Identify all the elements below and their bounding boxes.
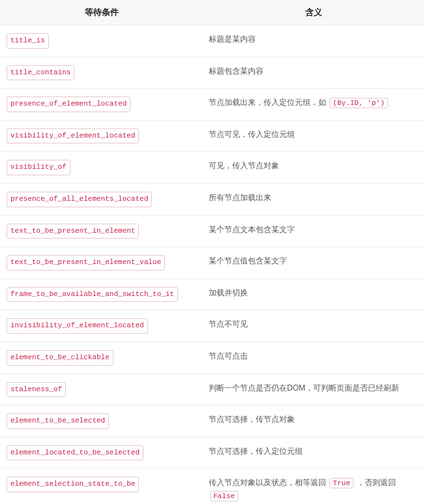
table-row: title_contains标题包含某内容 [0,57,424,89]
condition-cell: staleness_of [0,374,204,406]
condition-code: invisibility_of_element_located [7,318,148,334]
meaning-cell: 节点加载出来，传入定位元组，如 (By.ID, 'p') [204,89,424,121]
condition-cell: presence_of_element_located [0,89,204,121]
meaning-text: 标题是某内容 [209,35,256,44]
condition-cell: element_to_be_selected [0,406,204,437]
condition-code: visibility_of_element_located [7,128,139,144]
header-condition: 等待条件 [0,0,204,25]
table-row: staleness_of判断一个节点是否仍在DOM，可判断页面是否已经刷新 [0,374,424,406]
condition-code: title_is [7,33,49,49]
condition-code: element_to_be_clickable [7,350,114,366]
condition-cell: title_is [0,25,204,57]
condition-code: visibility_of [7,160,70,175]
table-row: visibility_of_element_located节点可见，传入定位元组 [0,121,424,153]
condition-code: element_to_be_selected [7,413,109,429]
condition-cell: element_located_to_be_selected [0,437,204,469]
inline-code: True [329,478,353,488]
condition-cell: element_to_be_clickable [0,342,204,374]
table-row: element_selection_state_to_be传入节点对象以及状态，… [0,469,424,504]
table-row: element_located_to_be_selected节点可选择，传入定位… [0,437,424,469]
table-row: presence_of_element_located节点加载出来，传入定位元组… [0,89,424,121]
meaning-text: 节点可点击 [209,351,248,361]
condition-cell: visibility_of_element_located [0,121,204,153]
table-row: text_to_be_present_in_element某个节点文本包含某文字 [0,216,424,248]
condition-cell: text_to_be_present_in_element [0,216,204,248]
table-row: invisibility_of_element_located节点不可见 [0,310,424,342]
table-row: presence_of_all_elements_located所有节点加载出来 [0,184,424,216]
meaning-text: 可见，传入节点对象 [209,161,279,170]
meaning-text: 传入节点对象以及状态，相等返回 [209,478,328,487]
condition-cell: invisibility_of_element_located [0,310,204,342]
meaning-cell: 节点可选择，传节点对象 [204,406,424,437]
meaning-cell: 标题包含某内容 [204,57,424,89]
meaning-text: 标题包含某内容 [209,67,264,76]
condition-cell: frame_to_be_available_and_switch_to_it [0,279,204,311]
condition-code: staleness_of [7,382,66,398]
condition-code: presence_of_all_elements_located [7,192,152,207]
wait-conditions-table: 等待条件 含义 title_is标题是某内容title_contains标题包含… [0,0,424,504]
meaning-text: 所有节点加载出来 [209,193,271,202]
meaning-text: 节点可选择，传节点对象 [209,415,295,424]
condition-cell: title_contains [0,57,204,89]
inline-code: False [210,491,238,501]
meaning-cell: 可见，传入节点对象 [204,152,424,184]
condition-code: text_to_be_present_in_element [7,224,139,239]
condition-cell: visibility_of [0,152,204,184]
header-meaning: 含义 [204,0,424,25]
condition-code: text_to_be_present_in_element_value [7,255,165,271]
meaning-text: ，否则返回 [355,478,396,487]
meaning-cell: 某个节点值包含某文字 [204,247,424,279]
meaning-cell: 节点可见，传入定位元组 [204,121,424,153]
meaning-cell: 节点不可见 [204,310,424,342]
meaning-cell: 标题是某内容 [204,25,424,57]
condition-cell: text_to_be_present_in_element_value [0,247,204,279]
meaning-cell: 传入节点对象以及状态，相等返回 True ，否则返回 False [204,469,424,504]
table-row: visibility_of可见，传入节点对象 [0,152,424,184]
meaning-text: 某个节点值包含某文字 [209,256,287,265]
meaning-text: 加载并切换 [209,288,248,297]
condition-cell: element_selection_state_to_be [0,469,204,504]
meaning-cell: 判断一个节点是否仍在DOM，可判断页面是否已经刷新 [204,374,424,406]
table-header-row: 等待条件 含义 [0,0,424,25]
meaning-text: 判断一个节点是否仍在DOM，可判断页面是否已经刷新 [209,383,399,393]
table-row: title_is标题是某内容 [0,25,424,57]
meaning-text: 节点可选择，传入定位元组 [209,447,303,456]
condition-code: presence_of_element_located [7,96,130,112]
table-row: element_to_be_selected节点可选择，传节点对象 [0,406,424,437]
condition-code: element_selection_state_to_be [7,477,139,492]
table-row: text_to_be_present_in_element_value某个节点值… [0,247,424,279]
meaning-text: 节点可见，传入定位元组 [209,130,295,139]
condition-cell: presence_of_all_elements_located [0,184,204,216]
table-row: frame_to_be_available_and_switch_to_it加载… [0,279,424,311]
meaning-text: 节点加载出来，传入定位元组，如 [209,98,328,107]
table-row: element_to_be_clickable节点可点击 [0,342,424,374]
meaning-cell: 节点可点击 [204,342,424,374]
meaning-text: 某个节点文本包含某文字 [209,225,295,234]
condition-code: element_located_to_be_selected [7,445,144,461]
condition-code: frame_to_be_available_and_switch_to_it [7,287,178,303]
condition-code: title_contains [7,65,74,81]
inline-code: (By.ID, 'p') [329,98,387,108]
meaning-cell: 某个节点文本包含某文字 [204,216,424,248]
meaning-text: 节点不可见 [209,319,248,329]
meaning-cell: 节点可选择，传入定位元组 [204,437,424,469]
table-body: title_is标题是某内容title_contains标题包含某内容prese… [0,25,424,504]
meaning-cell: 所有节点加载出来 [204,184,424,216]
meaning-cell: 加载并切换 [204,279,424,311]
